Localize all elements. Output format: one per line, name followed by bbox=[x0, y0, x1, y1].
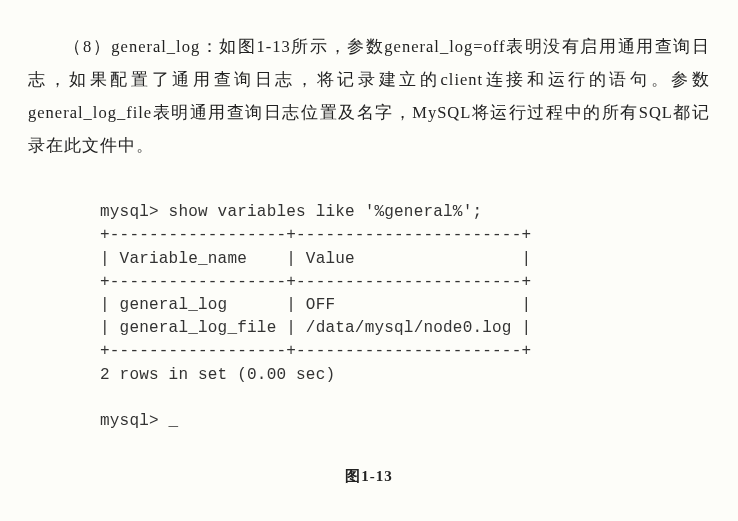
table-row: | general_log_file | /data/mysql/node0.l… bbox=[100, 319, 531, 337]
figure-caption: 图1-13 bbox=[28, 467, 710, 486]
table-separator-bot: +------------------+--------------------… bbox=[100, 342, 531, 360]
terminal-command: mysql> show variables like '%general%'; bbox=[100, 203, 482, 221]
table-separator-mid: +------------------+--------------------… bbox=[100, 273, 531, 291]
terminal-output: mysql> show variables like '%general%'; … bbox=[100, 178, 710, 433]
terminal-status: 2 rows in set (0.00 sec) bbox=[100, 366, 335, 384]
table-header-row: | Variable_name | Value | bbox=[100, 250, 531, 268]
table-separator-top: +------------------+--------------------… bbox=[100, 226, 531, 244]
terminal-prompt: mysql> _ bbox=[100, 412, 178, 430]
body-paragraph: （8）general_log：如图1-13所示，参数general_log=of… bbox=[28, 30, 710, 162]
table-row: | general_log | OFF | bbox=[100, 296, 531, 314]
